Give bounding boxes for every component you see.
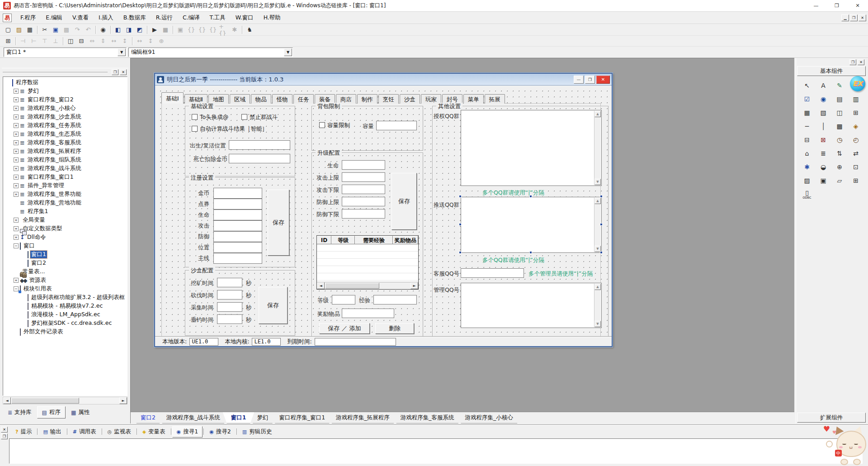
scroll-right-icon[interactable]: ► — [410, 282, 418, 289]
sandbox-input-挖矿时间[interactable] — [217, 278, 242, 287]
table-header-等级[interactable]: 等级 — [331, 236, 355, 244]
pause-button[interactable]: ✱ — [229, 25, 240, 35]
component-icon-radio[interactable]: ◉ — [815, 92, 831, 106]
sandbox-save-button[interactable]: 保存 — [259, 287, 288, 324]
cut-button[interactable]: ✂ — [39, 25, 50, 35]
form-tab-基础Ⅱ[interactable]: 基础Ⅱ — [184, 94, 208, 104]
form-tab-装备[interactable]: 装备 — [315, 94, 335, 104]
fit-width-button[interactable]: ↔ — [134, 36, 145, 46]
tree-item[interactable]: 程序集1 — [27, 208, 49, 215]
layout-split-button[interactable]: ◩ — [134, 25, 145, 35]
upgrade-input-攻击下限[interactable] — [342, 185, 385, 194]
align-right-button[interactable]: ⊢ — [28, 36, 39, 46]
output-tab-调用表[interactable]: #调用表 — [68, 426, 101, 437]
menu-item-E.编辑[interactable]: E.编辑 — [41, 12, 67, 24]
fit-height-button[interactable]: ↕ — [145, 36, 156, 46]
menu-item-B.数据库[interactable]: B.数据库 — [118, 12, 151, 24]
form-tab-基础Ⅰ[interactable]: 基础Ⅰ — [161, 92, 184, 104]
component-icon-tabcontrol[interactable]: ⊞ — [848, 106, 864, 119]
extended-components-header[interactable]: 扩展组件 — [797, 413, 866, 423]
component-icon-panel[interactable]: ⊡ — [848, 160, 864, 174]
tree-item[interactable]: 游戏程序集_组队系统 — [27, 156, 82, 164]
tree-expander-icon[interactable]: − — [14, 286, 19, 291]
step-into-button[interactable]: {} — [186, 25, 197, 35]
tree-expander-icon[interactable]: + — [14, 106, 19, 111]
output-dock-button[interactable]: ❐ — [1, 433, 8, 439]
menu-item-T.工具[interactable]: T.工具 — [205, 12, 231, 24]
scroll-up-icon[interactable]: ▲ — [594, 198, 601, 204]
tree-expander-icon[interactable]: + — [14, 278, 19, 283]
form-tab-地图[interactable]: 地图 — [208, 94, 229, 104]
tree-expander-icon[interactable]: + — [14, 140, 19, 145]
component-icon-busy[interactable]: ✱ — [799, 160, 815, 174]
selection-handle[interactable] — [459, 251, 462, 254]
component-icon-groupbox[interactable]: ◫ — [831, 106, 848, 119]
tree-item[interactable]: 窗口程序集_窗口1 — [27, 173, 75, 181]
tree-item[interactable]: 程序数据 — [15, 79, 39, 86]
sandbox-input-垂钓时间[interactable] — [217, 314, 242, 324]
designed-form-window[interactable]: 明日之后第一季 ------------- 当前版本：1.0.3 — ❐ ✕ 基… — [154, 73, 613, 347]
panel-tab-支持库[interactable]: ≣支持库 — [3, 406, 37, 418]
scroll-left-icon[interactable]: ◄ — [3, 397, 11, 404]
static-compile-button[interactable]: ♞ — [244, 25, 255, 35]
menu-item-W.窗口[interactable]: W.窗口 — [231, 12, 259, 24]
form-tab-封号[interactable]: 封号 — [442, 94, 462, 104]
form-close-button[interactable]: ✕ — [596, 76, 610, 84]
same-height-button[interactable]: ⇕ — [98, 36, 108, 46]
mdi-restore-button[interactable]: ❐ — [850, 14, 858, 21]
death-gold-input[interactable] — [229, 154, 290, 163]
tree-item[interactable]: 全局变量 — [22, 216, 46, 224]
sandbox-input-采集时间[interactable] — [217, 302, 242, 312]
scroll-left-icon[interactable]: ◄ — [317, 282, 325, 289]
table-header-需要经验[interactable]: 需要经验 — [355, 236, 393, 244]
component-icon-hscroll[interactable]: ⇄ — [848, 147, 864, 160]
tree-expander-icon[interactable]: + — [14, 157, 19, 162]
component-icon-checkbox[interactable]: ☑ — [799, 92, 815, 106]
selection-handle[interactable] — [459, 195, 462, 198]
document-tab-窗口1[interactable]: 窗口1 — [223, 412, 255, 423]
stop-button[interactable]: ■ — [160, 25, 171, 35]
register-save-button[interactable]: 保存 — [268, 190, 289, 256]
reward-item-input[interactable] — [342, 309, 394, 318]
table-row[interactable] — [317, 252, 418, 259]
align-bottom-button[interactable]: ⊥ — [50, 36, 61, 46]
tree-item[interactable]: 游戏程序集_营地功能 — [27, 199, 82, 207]
tree-item[interactable]: 精易模块 - 精易模块v7.2.ec — [30, 302, 104, 310]
tree-expander-icon[interactable]: + — [14, 89, 19, 94]
register-input-主线[interactable] — [213, 253, 262, 264]
delete-button[interactable]: 删除 — [375, 323, 414, 334]
undo-button[interactable]: ↶ — [83, 25, 94, 35]
component-icon-add[interactable]: ⊕ — [831, 160, 848, 174]
menu-item-R.运行[interactable]: R.运行 — [151, 12, 178, 24]
menu-item-H.帮助[interactable]: H.帮助 — [259, 12, 286, 24]
tree-item[interactable]: Dll命令 — [26, 233, 47, 241]
selection-handle[interactable] — [600, 251, 603, 254]
form-tab-玩家[interactable]: 玩家 — [421, 94, 441, 104]
component-icon-blank[interactable] — [815, 187, 831, 201]
menu-item-I.插入[interactable]: I.插入 — [94, 12, 118, 24]
tree-horizontal-scrollbar[interactable]: ◄ ► — [3, 397, 127, 404]
mdi-minimize-button[interactable]: ▁ — [841, 14, 849, 21]
scroll-up-icon[interactable]: ▲ — [594, 284, 601, 290]
form-minimize-button[interactable]: — — [574, 76, 584, 84]
level-input[interactable] — [332, 295, 355, 304]
component-icon-line-h[interactable]: ─ — [799, 119, 815, 133]
save-add-button[interactable]: 保存 ／ 添加 — [319, 323, 370, 334]
checkbox-forbid-group-fight[interactable]: 禁止群战斗 — [241, 114, 278, 121]
component-icon-vscroll[interactable]: ⇅ — [831, 147, 848, 160]
tree-expander-icon[interactable]: + — [14, 149, 19, 154]
scroll-down-icon[interactable]: ▼ — [594, 179, 601, 185]
component-icon-odbc[interactable]: ▯ODBC — [799, 187, 815, 201]
tree-item[interactable]: 游戏程序集_拓展程序 — [27, 147, 82, 155]
register-input-点券[interactable] — [213, 199, 262, 209]
exp-input[interactable] — [373, 295, 417, 304]
capacity-input[interactable] — [376, 121, 417, 130]
tree-item[interactable]: 超级列表框功能扩展3.2 - 超级列表框 — [30, 294, 126, 301]
document-tab-游戏程序集_客服系统[interactable]: 游戏程序集_客服系统 — [392, 412, 462, 423]
component-icon-timer[interactable]: ◴ — [848, 133, 864, 147]
menu-item-C.编译[interactable]: C.编译 — [178, 12, 205, 24]
tree-expander-icon[interactable]: + — [14, 175, 19, 180]
panel-close-button[interactable]: ✕ — [120, 69, 127, 75]
basic-components-header[interactable]: 基本组件 — [797, 66, 866, 76]
form-tab-制作[interactable]: 制作 — [357, 94, 377, 104]
